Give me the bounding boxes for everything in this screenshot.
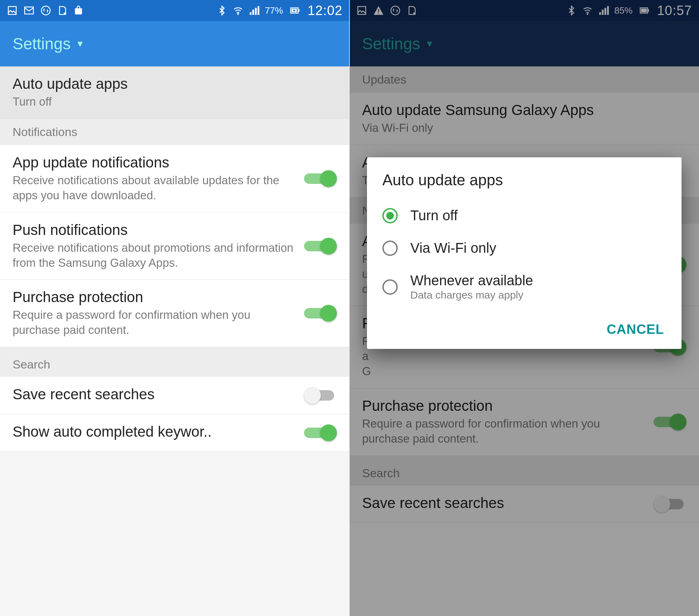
app-bar[interactable]: Settings ▼ — [0, 21, 350, 66]
chevron-down-icon: ▼ — [75, 38, 85, 49]
push-notifications-item[interactable]: Push notifications Receive notifications… — [0, 213, 350, 280]
dialog-option-wifi-only[interactable]: Via Wi-Fi only — [382, 232, 666, 264]
item-subtitle: Turn off — [13, 94, 330, 109]
option-sublabel: Data charges may apply — [410, 289, 533, 301]
svg-point-3 — [238, 14, 239, 15]
store-icon — [74, 5, 85, 16]
battery-percent: 77% — [265, 5, 283, 16]
item-subtitle: Receive notifications about available up… — [13, 173, 297, 203]
dialog-option-whenever[interactable]: Whenever available Data charges may appl… — [382, 264, 666, 309]
item-subtitle: Receive notifications about promotions a… — [13, 241, 297, 271]
toggle-switch[interactable] — [304, 305, 337, 322]
auto-update-dialog: Auto update apps Turn off Via Wi-Fi only… — [367, 157, 682, 349]
toggle-switch[interactable] — [304, 238, 337, 255]
toggle-switch[interactable] — [304, 387, 337, 404]
right-screen: 85% 10:57 Settings ▼ Updates Auto update… — [350, 0, 699, 616]
radio-icon — [382, 241, 398, 256]
cancel-button[interactable]: CANCEL — [605, 318, 666, 341]
app-bar-title: Settings — [13, 34, 71, 53]
app-update-notifications-item[interactable]: App update notifications Receive notific… — [0, 145, 350, 213]
mail-icon — [24, 5, 34, 16]
shazam-icon — [41, 5, 51, 16]
dialog-option-turn-off[interactable]: Turn off — [382, 199, 666, 232]
option-label: Via Wi-Fi only — [410, 240, 496, 256]
radio-icon — [382, 279, 398, 295]
status-bar: 77% 12:02 — [0, 0, 350, 21]
item-title: Push notifications — [13, 222, 297, 238]
image-icon — [7, 5, 17, 16]
auto-update-item[interactable]: Auto update apps Turn off — [0, 66, 350, 119]
svg-point-2 — [42, 6, 50, 15]
item-title: Purchase protection — [13, 289, 297, 306]
option-label: Whenever available — [410, 273, 533, 288]
signal-icon — [249, 5, 259, 16]
section-notifications: Notifications — [0, 119, 350, 145]
item-title: Auto update apps — [13, 76, 330, 92]
purchase-protection-item[interactable]: Purchase protection Require a password f… — [0, 280, 350, 347]
svg-rect-5 — [298, 9, 300, 12]
option-label: Turn off — [410, 208, 458, 223]
battery-charging-icon — [289, 5, 300, 16]
svg-rect-0 — [8, 7, 16, 15]
left-screen: 77% 12:02 Settings ▼ Auto update apps Tu… — [0, 0, 350, 616]
wifi-icon — [233, 5, 243, 16]
item-subtitle: Require a password for confirmation when… — [13, 308, 297, 338]
dialog-title: Auto update apps — [382, 171, 666, 189]
section-search: Search — [0, 347, 350, 377]
item-title: Show auto completed keywor.. — [13, 423, 297, 440]
radio-icon — [382, 208, 398, 223]
sim-icon — [57, 5, 68, 16]
show-autocomplete-item[interactable]: Show auto completed keywor.. — [0, 414, 350, 452]
save-recent-searches-item[interactable]: Save recent searches — [0, 377, 350, 414]
item-title: Save recent searches — [13, 386, 297, 403]
toggle-switch[interactable] — [304, 424, 337, 441]
toggle-switch[interactable] — [304, 170, 337, 187]
clock: 12:02 — [308, 3, 343, 18]
item-title: App update notifications — [13, 154, 297, 171]
bluetooth-icon — [217, 5, 227, 16]
